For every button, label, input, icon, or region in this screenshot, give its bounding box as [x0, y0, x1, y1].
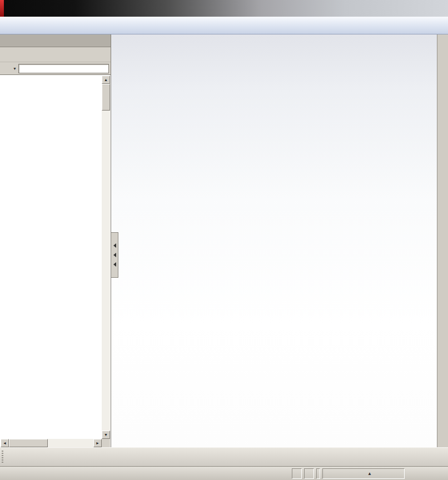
- status-empty-cell: [316, 468, 320, 479]
- collapse-arrow-icon: [113, 243, 116, 248]
- task-pane-strip: [437, 34, 448, 447]
- scroll-up-button[interactable]: ▲: [102, 76, 110, 84]
- 3d-model-view[interactable]: [111, 34, 437, 447]
- vertical-scroll-thumb[interactable]: [102, 84, 110, 111]
- titlebar: [0, 0, 448, 17]
- filter-dropdown-icon[interactable]: ▼: [13, 67, 17, 71]
- tree-vertical-scrollbar[interactable]: ▲ ▼: [102, 76, 110, 439]
- scroll-left-button[interactable]: ◄: [1, 439, 9, 447]
- scroll-down-button[interactable]: ▼: [102, 431, 110, 439]
- panel-collapse-handle[interactable]: [111, 232, 118, 278]
- manager-tab-bar: [0, 47, 111, 62]
- feature-manager-panel: ▼ ▲ ▼ ◄ ►: [0, 34, 111, 447]
- tree-filter-input[interactable]: [18, 64, 109, 73]
- toolbar-drag-handle[interactable]: [2, 451, 3, 464]
- tag-icon[interactable]: [429, 469, 440, 478]
- scroll-right-button[interactable]: ►: [93, 439, 102, 447]
- brand-stripe: [0, 0, 4, 17]
- collapse-arrow-icon: [113, 262, 116, 267]
- tree-filter-row: ▼: [0, 62, 111, 74]
- task-pane-close-button[interactable]: [437, 37, 448, 47]
- graphics-area[interactable]: [111, 34, 437, 447]
- status-custom[interactable]: ▲: [322, 468, 405, 479]
- feature-tree-list: [1, 76, 102, 439]
- status-editing-assembly: [304, 468, 314, 479]
- quick-snaps-toolbar: [0, 447, 448, 466]
- commandmanager-tabs: [0, 34, 111, 47]
- status-fully-defined: [292, 468, 302, 479]
- status-custom-dropdown-icon[interactable]: ▲: [367, 471, 372, 476]
- feature-tree: ▲ ▼ ◄ ►: [0, 74, 111, 447]
- horizontal-scroll-thumb[interactable]: [9, 439, 48, 447]
- tree-horizontal-scrollbar[interactable]: ◄ ►: [1, 439, 102, 447]
- scrollbar-corner: [102, 439, 110, 447]
- solidworks-window: ▼ ▲ ▼ ◄ ►: [0, 0, 448, 480]
- status-bar: ▲: [0, 466, 448, 480]
- assembly-toolbar: [0, 17, 448, 34]
- collapse-arrow-icon: [113, 253, 116, 257]
- filter-funnel-icon[interactable]: [2, 64, 11, 73]
